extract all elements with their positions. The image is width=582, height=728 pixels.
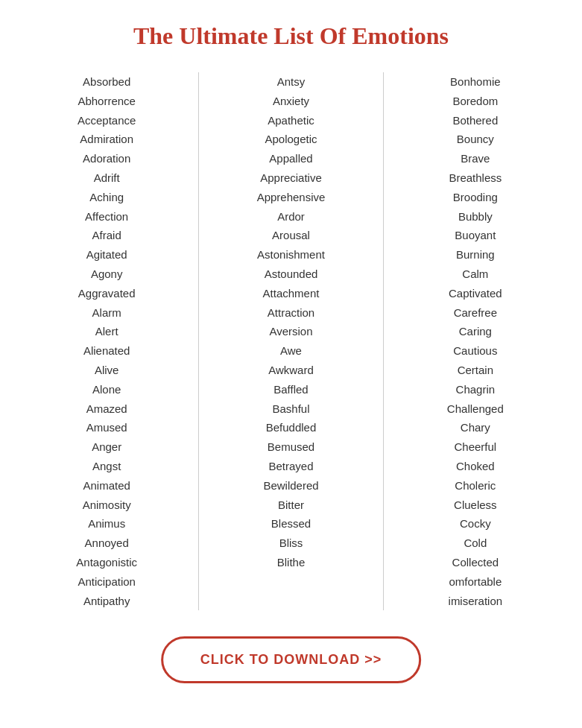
- emotion-item: Choked: [456, 457, 495, 476]
- emotion-item: Adoration: [83, 149, 130, 168]
- emotion-item: Bliss: [279, 534, 303, 553]
- emotion-item: Antipathy: [83, 592, 130, 611]
- page-container: The Ultimate List Of Emotions AbsorbedAb…: [0, 0, 582, 640]
- emotion-item: Awkward: [268, 361, 314, 380]
- emotion-column-col3: BonhomieBoredomBotheredBouncyBraveBreath…: [384, 72, 567, 610]
- emotion-item: Brave: [461, 149, 490, 168]
- emotion-item: Anger: [92, 437, 121, 457]
- emotion-item: Appalled: [269, 149, 312, 168]
- emotion-item: Boredom: [452, 92, 498, 111]
- emotion-item: Apologetic: [265, 130, 317, 149]
- emotion-item: Appreciative: [260, 168, 322, 188]
- emotion-item: Affection: [85, 207, 128, 227]
- emotion-item: imiseration: [449, 592, 503, 611]
- emotion-item: Adrift: [94, 168, 120, 188]
- emotion-item: Ardor: [277, 207, 305, 227]
- emotion-item: Apprehensive: [257, 188, 326, 207]
- emotion-item: Anxiety: [273, 92, 309, 111]
- emotion-item: Befuddled: [266, 418, 317, 437]
- emotion-item: Cautious: [453, 341, 497, 361]
- emotion-item: Arousal: [272, 226, 310, 245]
- emotion-item: Alone: [92, 380, 121, 399]
- emotion-item: Astounded: [265, 265, 318, 284]
- emotion-item: Alert: [95, 322, 118, 341]
- emotion-column-col1: AbsorbedAbhorrenceAcceptanceAdmirationAd…: [15, 72, 199, 610]
- emotion-item: Cold: [464, 534, 487, 553]
- emotion-item: Cocky: [460, 514, 491, 534]
- emotion-item: Chary: [461, 418, 490, 437]
- emotion-item: Betrayed: [268, 457, 313, 476]
- emotion-item: Bitter: [278, 496, 304, 515]
- emotion-item: Captivated: [449, 284, 502, 303]
- emotion-item: Anticipation: [78, 572, 136, 592]
- download-button-container: CLICK TO DOWNLOAD >>: [161, 636, 422, 683]
- emotion-item: Burning: [456, 245, 495, 265]
- emotion-item: Acceptance: [78, 111, 136, 130]
- emotion-item: omfortable: [449, 572, 502, 592]
- emotion-item: Alienated: [83, 341, 130, 361]
- emotion-item: Brooding: [453, 188, 498, 207]
- emotion-item: Bothered: [452, 111, 498, 130]
- emotion-item: Attachment: [263, 284, 320, 303]
- emotion-item: Bemused: [268, 437, 314, 457]
- emotion-item: Animosity: [83, 496, 131, 515]
- emotion-column-col2: AntsyAnxietyApatheticApologeticAppalledA…: [199, 72, 383, 610]
- emotion-item: Amused: [86, 418, 127, 437]
- columns-wrapper: AbsorbedAbhorrenceAcceptanceAdmirationAd…: [15, 72, 567, 610]
- emotion-item: Annoyed: [85, 534, 129, 553]
- emotion-item: Apathetic: [268, 111, 314, 130]
- emotion-item: Calm: [462, 265, 488, 284]
- emotion-item: Animus: [88, 514, 125, 534]
- emotion-item: Aching: [89, 188, 124, 207]
- emotion-item: Animated: [83, 476, 130, 496]
- emotion-item: Absorbed: [83, 72, 130, 92]
- emotion-item: Agony: [91, 265, 123, 284]
- emotion-item: Antsy: [277, 72, 306, 92]
- emotion-item: Antagonistic: [76, 553, 137, 572]
- emotion-item: Awe: [280, 341, 302, 361]
- emotion-item: Choleric: [455, 476, 496, 496]
- emotion-item: Aversion: [269, 322, 312, 341]
- emotion-item: Caring: [459, 322, 492, 341]
- emotion-item: Certain: [458, 361, 493, 380]
- emotion-item: Agitated: [86, 245, 127, 265]
- emotion-item: Attraction: [268, 303, 314, 323]
- emotion-item: Clueless: [454, 496, 497, 515]
- emotion-item: Abhorrence: [78, 92, 136, 111]
- emotion-item: Afraid: [92, 226, 121, 245]
- emotion-item: Aggravated: [78, 284, 136, 303]
- emotion-item: Alive: [95, 361, 119, 380]
- emotion-item: Breathless: [449, 168, 502, 188]
- page-title: The Ultimate List Of Emotions: [15, 22, 567, 50]
- emotion-item: Angst: [92, 457, 121, 476]
- emotion-item: Cheerful: [454, 437, 496, 457]
- emotion-item: Amazed: [86, 399, 127, 419]
- emotion-item: Carefree: [454, 303, 497, 323]
- emotion-item: Bonhomie: [450, 72, 501, 92]
- emotion-item: Blessed: [271, 514, 311, 534]
- emotion-item: Baffled: [273, 380, 308, 399]
- emotion-item: Bouncy: [457, 130, 494, 149]
- download-button[interactable]: CLICK TO DOWNLOAD >>: [161, 636, 422, 683]
- emotion-item: Bewildered: [263, 476, 318, 496]
- emotion-item: Bashful: [272, 399, 309, 419]
- emotion-item: Chagrin: [456, 380, 496, 399]
- emotion-item: Collected: [452, 553, 499, 572]
- emotion-item: Challenged: [447, 399, 504, 419]
- emotion-item: Blithe: [277, 553, 306, 572]
- emotion-item: Bubbly: [458, 207, 493, 227]
- emotion-item: Buoyant: [455, 226, 496, 245]
- emotion-item: Admiration: [80, 130, 133, 149]
- emotion-item: Astonishment: [257, 245, 325, 265]
- emotion-item: Alarm: [92, 303, 121, 323]
